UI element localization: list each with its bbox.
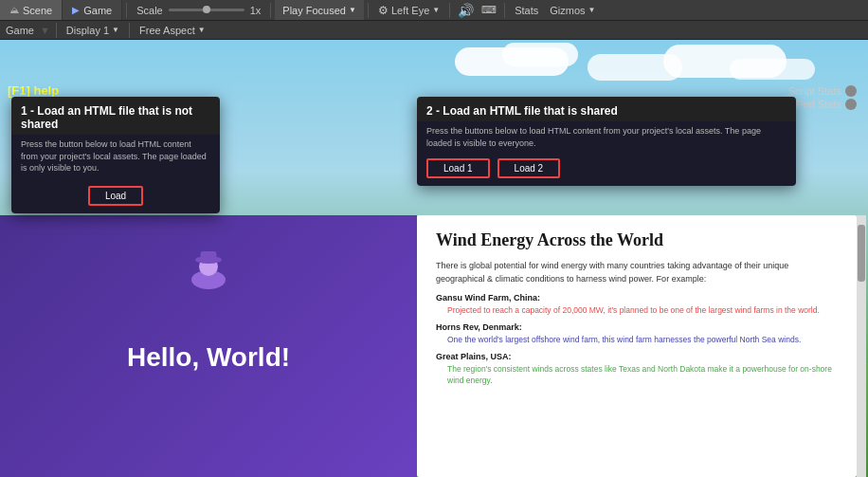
panel2-load1-button[interactable]: Load 1: [426, 158, 490, 178]
stats-button[interactable]: Stats: [509, 5, 544, 16]
scale-value: 1x: [250, 5, 262, 16]
game-view: [F1] help Script Stats Perf Stats 1 - Lo…: [0, 40, 868, 477]
doc-section1-item: Projected to reach a capacity of 20,000 …: [436, 304, 838, 317]
right-content-inner: Wind Energy Across the World There is gl…: [417, 215, 857, 477]
divider-r2-1: [56, 23, 57, 38]
play-focused-button[interactable]: Play Focused ▼: [275, 0, 364, 20]
panel2-footer: Load 1 Load 2: [417, 155, 796, 186]
display-item[interactable]: Display 1 ▼: [61, 25, 125, 36]
panel2: 2 - Load an HTML file that is shared Pre…: [417, 97, 796, 186]
gear-icon: ⚙: [378, 4, 389, 17]
tab-scene-label: Scene: [23, 5, 52, 16]
free-aspect-item[interactable]: Free Aspect ▼: [134, 25, 211, 36]
left-eye-section[interactable]: ⚙ Left Eye ▼: [372, 4, 445, 17]
panel1-body: Press the button below to load HTML cont…: [11, 135, 220, 182]
doc-section2-item: One the world's largest offshore wind fa…: [436, 334, 838, 346]
panel1: 1 - Load an HTML file that is not shared…: [11, 97, 220, 213]
divider-r2-2: [129, 23, 130, 38]
perf-stats-dot: [845, 99, 857, 110]
display-arrow: ▼: [112, 26, 119, 34]
perf-stats-row: Perf Stats: [788, 99, 857, 110]
panel2-header: 2 - Load an HTML file that is shared: [417, 97, 796, 121]
panel1-description: Press the button below to load HTML cont…: [21, 139, 207, 173]
doc-section3-title: Great Plains, USA:: [436, 352, 838, 361]
tab-game[interactable]: ▶ Game: [63, 0, 122, 20]
panel1-footer: Load: [11, 182, 220, 213]
doc-intro: There is global potential for wind energ…: [436, 260, 838, 285]
toolbar-row2: Game ▼ Display 1 ▼ Free Aspect ▼: [0, 21, 868, 40]
f1-help-text: [F1] help: [8, 83, 59, 98]
panel2-load2-button[interactable]: Load 2: [497, 158, 561, 178]
scale-thumb: [203, 6, 210, 13]
script-stats-dot: [845, 85, 857, 97]
left-content-panel: Hello, World!: [0, 215, 417, 477]
tab-scene[interactable]: ⛰ Scene: [0, 0, 63, 20]
gizmos-arrow: ▼: [588, 6, 596, 14]
toolbar-row1: ⛰ Scene ▶ Game Scale 1x Play Focused ▼ ⚙…: [0, 0, 868, 21]
stats-panel: Script Stats Perf Stats: [788, 85, 857, 112]
scale-label: Scale: [136, 5, 163, 16]
panel1-load-button[interactable]: Load: [88, 186, 143, 206]
scene-icon: ⛰: [9, 5, 19, 15]
perf-stats-label: Perf Stats: [796, 99, 841, 110]
right-content-panel: Wind Energy Across the World There is gl…: [417, 215, 857, 477]
free-aspect-label: Free Aspect: [139, 25, 195, 36]
scrollbar[interactable]: [857, 215, 866, 477]
cloud5: [730, 59, 815, 80]
doc-title: Wind Energy Across the World: [436, 230, 838, 250]
divider4: [449, 3, 450, 18]
audio-icon[interactable]: 🔊: [454, 3, 478, 18]
scale-section: Scale 1x: [131, 5, 266, 16]
svg-rect-3: [201, 251, 217, 261]
panel2-body: Press the buttons below to load HTML con…: [417, 121, 796, 155]
left-eye-arrow: ▼: [432, 6, 440, 14]
game-icon: ▶: [72, 5, 80, 15]
panel1-header: 1 - Load an HTML file that is not shared: [11, 97, 220, 135]
cloud2: [502, 43, 578, 66]
free-aspect-arrow: ▼: [198, 26, 206, 34]
panel2-title: 2 - Load an HTML file that is shared: [426, 104, 618, 118]
scroll-thumb[interactable]: [858, 225, 865, 282]
panel2-description: Press the buttons below to load HTML con…: [426, 126, 761, 148]
left-eye-label: Left Eye: [391, 5, 429, 16]
avatar-icon: [183, 244, 235, 296]
hello-world-text: Hello, World!: [127, 342, 290, 373]
gizmos-section[interactable]: Gizmos ▼: [544, 5, 601, 16]
divider1: [126, 3, 127, 18]
doc-section3-item: The region's consistent winds across sta…: [436, 363, 838, 388]
play-focused-arrow: ▼: [349, 6, 356, 14]
keyboard-icon[interactable]: ⌨: [478, 4, 500, 16]
script-stats-row: Script Stats: [788, 85, 857, 97]
display-label: Display 1: [66, 25, 109, 36]
panel1-title: 1 - Load an HTML file that is not shared: [21, 104, 192, 131]
gizmos-label: Gizmos: [550, 5, 585, 16]
divider2: [270, 3, 271, 18]
divider5: [504, 3, 505, 18]
game-label: Game: [6, 25, 34, 36]
script-stats-label: Script Stats: [788, 85, 841, 97]
doc-section1-title: Gansu Wind Farm, China:: [436, 293, 838, 303]
doc-section2-title: Horns Rev, Denmark:: [436, 322, 838, 332]
play-focused-label: Play Focused: [282, 5, 346, 16]
divider3: [368, 3, 369, 18]
tab-game-label: Game: [83, 5, 112, 16]
scale-track[interactable]: [169, 9, 244, 11]
